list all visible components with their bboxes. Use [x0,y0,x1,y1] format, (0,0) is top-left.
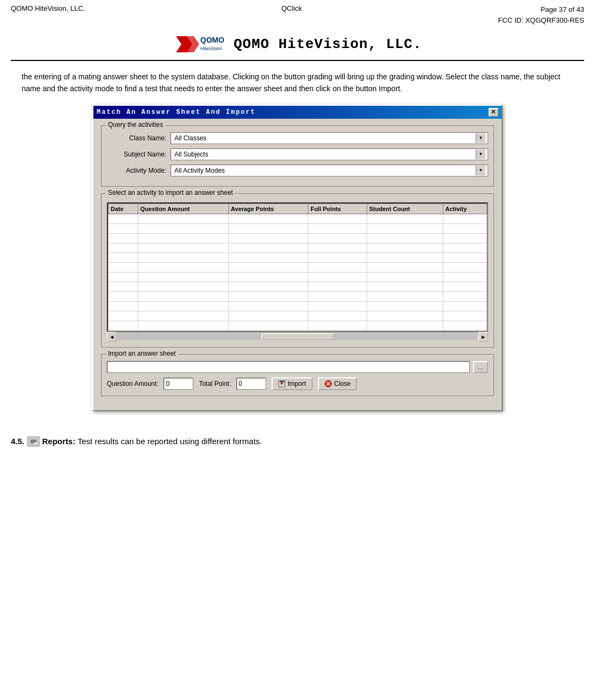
import-group-box: Import an answer sheet ... Question Amou… [101,354,494,396]
total-point-label: Total Point: [199,380,231,388]
table-row [109,282,487,291]
reports-icon [28,437,39,446]
query-group-box: Query the activities Class Name: All Cla… [101,125,494,187]
activity-mode-select[interactable]: All Activity Modes [171,165,488,176]
question-amount-label: Question Amount: [107,380,158,388]
import-path-row: ... [107,361,488,373]
class-name-value: All Classes [173,134,476,142]
dialog-title: Match An Answer Sheet And Import [97,108,255,116]
reports-label: Reports: [42,435,76,448]
company-name: QOMO HiteVision, LLC. [234,36,422,52]
activity-mode-label: Activity Mode: [107,167,166,174]
close-btn-label: Close [334,380,351,388]
footer-section: 4.5. Reports: Test results can be report… [0,435,595,448]
svg-text:QOMO: QOMO [200,36,224,44]
col-full-points: Full Points [308,203,367,214]
class-name-row: Class Name: All Classes [107,132,488,144]
subject-name-label: Subject Name: [107,151,166,158]
reports-text: Test results can be reported using diffe… [78,435,262,448]
col-average-points: Average Points [228,203,308,214]
footer-reports-item: 4.5. Reports: Test results can be report… [11,435,584,448]
table-row [109,253,487,262]
question-amount-input[interactable] [164,378,193,390]
header-company: QOMO HiteVision, LLC. [11,4,85,12]
scroll-thumb[interactable] [261,334,333,340]
subject-name-select[interactable]: All Subjects [171,148,488,160]
subject-name-row: Subject Name: All Subjects [107,148,488,160]
dialog-close-button[interactable]: ✕ [489,108,498,117]
activity-group-box: Select an activity to import an answer s… [101,193,494,348]
intro-text: the entering of a mating answer sheet to… [22,71,573,95]
table-row [109,291,487,301]
import-group-label: Import an answer sheet [106,350,178,357]
activity-mode-row: Activity Mode: All Activity Modes [107,165,488,176]
table-row [109,214,487,223]
import-button[interactable]: Import [272,377,313,390]
col-date: Date [109,203,138,214]
scroll-right-button[interactable]: ▶ [478,332,488,342]
table-row [109,272,487,282]
col-activity: Activity [443,203,486,214]
subject-name-value: All Subjects [173,151,476,158]
import-icon [278,380,286,388]
table-row [109,243,487,253]
header-product: QClick [281,4,302,12]
activity-mode-value: All Activity Modes [173,167,476,174]
table-row [109,223,487,233]
import-btn-label: Import [288,380,306,388]
qomo-logo: QOMO HiteVision [173,31,227,58]
table-row [109,262,487,272]
table-row [109,311,487,321]
subject-name-dropdown-arrow[interactable] [476,149,485,159]
dialog-body: Query the activities Class Name: All Cla… [93,119,502,410]
table-row [109,233,487,243]
page-header: QOMO HiteVision, LLC. QClick Page 37 of … [0,0,595,28]
activity-table: Date Question Amount Average Points Full… [108,203,487,331]
close-button[interactable]: Close [318,377,357,390]
col-question-amount: Question Amount [138,203,228,214]
horizontal-scrollbar[interactable]: ◀ ▶ [107,332,488,342]
import-bottom-row: Question Amount: Total Point: [107,377,488,390]
class-name-dropdown-arrow[interactable] [476,133,485,143]
svg-rect-6 [280,381,284,382]
dialog-window: Match An Answer Sheet And Import ✕ Query… [92,105,503,411]
activity-mode-dropdown-arrow[interactable] [476,166,485,175]
col-student-count: Student Count [367,203,443,214]
activity-group-label: Select an activity to import an answer s… [106,189,235,196]
svg-rect-10 [29,438,38,445]
class-name-label: Class Name: [107,134,166,142]
total-point-input[interactable] [236,378,266,390]
close-icon [324,380,332,388]
logo-row: QOMO HiteVision QOMO HiteVision, LLC. [11,28,584,61]
header-page-info: Page 37 of 43 FCC ID: XQGQRF300-RES [498,4,584,25]
import-path-input[interactable] [107,361,470,373]
svg-text:HiteVision: HiteVision [200,46,222,51]
table-header-row: Date Question Amount Average Points Full… [109,203,487,214]
browse-button[interactable]: ... [473,361,488,373]
activity-table-container: Date Question Amount Average Points Full… [107,202,488,332]
query-group-label: Query the activities [106,121,165,128]
class-name-select[interactable]: All Classes [171,132,488,144]
dialog-titlebar: Match An Answer Sheet And Import ✕ [93,106,502,119]
section-number: 4.5. [11,435,24,448]
main-content: the entering of a mating answer sheet to… [0,61,595,422]
scroll-track[interactable] [118,334,477,340]
table-row [109,321,487,330]
scroll-left-button[interactable]: ◀ [107,332,117,342]
table-row [109,301,487,311]
